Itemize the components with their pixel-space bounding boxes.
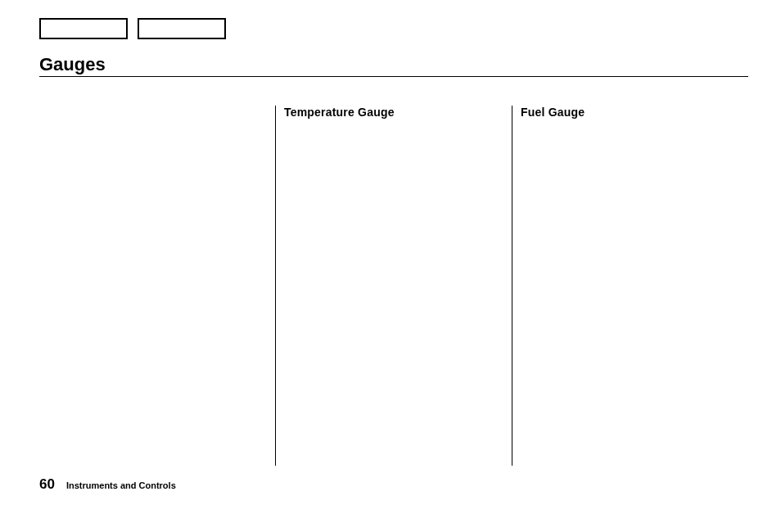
top-box-row	[39, 18, 226, 39]
column-2: Temperature Gauge	[275, 106, 512, 466]
column-3: Fuel Gauge	[512, 106, 748, 466]
title-rule	[39, 76, 748, 77]
column-1	[39, 106, 275, 466]
nav-box-1[interactable]	[39, 18, 128, 39]
page-title: Gauges	[39, 54, 106, 75]
nav-box-2[interactable]	[138, 18, 226, 39]
column-3-heading: Fuel Gauge	[521, 106, 748, 119]
column-2-heading: Temperature Gauge	[284, 106, 512, 119]
page-number: 60	[39, 476, 55, 493]
content-columns: Temperature Gauge Fuel Gauge	[39, 106, 748, 466]
footer-section-title: Instruments and Controls	[66, 480, 176, 490]
page-footer: 60 Instruments and Controls	[39, 476, 176, 493]
